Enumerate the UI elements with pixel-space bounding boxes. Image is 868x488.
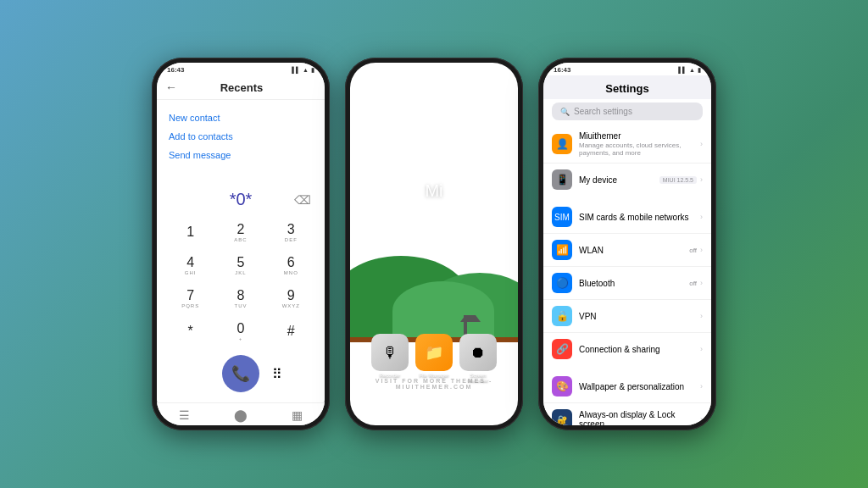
app-recorder[interactable]: 🎙 Recorder [371, 334, 409, 383]
phone-home-screen: 16:43 ▌▌ ▲ ▮ Mi 🎙 Recorder 📁 File Man [350, 63, 518, 425]
dial-key-5[interactable]: 5JKL [215, 249, 265, 282]
settings-section-personalization: 🎨 Wallpaper & personalization › 🔐 Always… [543, 370, 711, 425]
status-icons-phone2: ▌▌ ▲ ▮ [485, 67, 508, 74]
phone-icon: 📞 [231, 364, 250, 383]
backspace-button[interactable]: ⌫ [294, 193, 311, 207]
settings-item-connection-sharing[interactable]: 🔗 Connection & sharing › [543, 333, 711, 365]
wlan-right: off › [689, 246, 703, 254]
connection-sharing-right: › [700, 345, 703, 353]
home-icon[interactable]: ⬤ [234, 408, 248, 422]
miuithemer-content: Miuithemer Manage accounts, cloud servic… [579, 131, 693, 157]
recents-title: Recents [184, 81, 299, 94]
sim-content: SIM cards & mobile networks [579, 213, 693, 222]
menu-icon[interactable]: ☰ [179, 408, 190, 422]
dial-key-1[interactable]: 1 [165, 216, 215, 249]
signal-icon-h: ▌▌ [485, 67, 493, 73]
chevron-icon-5: › [700, 312, 703, 320]
signal-icon-s: ▌▌ [678, 67, 687, 73]
new-contact-link[interactable]: New contact [169, 108, 313, 127]
sim-title: SIM cards & mobile networks [579, 213, 693, 222]
phone-settings: 16:43 ▌▌ ▲ ▮ Settings 🔍 Search settings … [538, 58, 716, 430]
settings-section-network: SIM SIM cards & mobile networks › 📶 WLAN… [543, 201, 711, 365]
bluetooth-title: Bluetooth [579, 279, 682, 288]
wifi-icon-s: ▲ [689, 67, 695, 73]
dial-key-7[interactable]: 7PQRS [165, 282, 215, 315]
settings-item-wallpaper[interactable]: 🎨 Wallpaper & personalization › [543, 370, 711, 403]
settings-item-wlan[interactable]: 📶 WLAN off › [543, 234, 711, 267]
bluetooth-content: Bluetooth [579, 279, 682, 288]
wallpaper-content: Wallpaper & personalization [579, 382, 693, 391]
connection-sharing-title: Connection & sharing [579, 345, 693, 354]
wlan-title: WLAN [579, 246, 682, 255]
lockscreen-content: Always-on display & Lock screen [579, 410, 693, 425]
dial-key-9[interactable]: 9WXYZ [266, 282, 316, 315]
settings-item-sim[interactable]: SIM SIM cards & mobile networks › [543, 201, 711, 234]
settings-search-bar[interactable]: 🔍 Search settings [552, 103, 703, 120]
recents-icon[interactable]: ▦ [292, 408, 303, 422]
send-message-link[interactable]: Send message [169, 146, 313, 164]
bluetooth-right: off › [689, 279, 703, 287]
phone-recents-screen: 16:43 ▌▌ ▲ ▮ ← Recents New contact Add t… [157, 63, 325, 425]
chevron-icon-2: › [700, 213, 703, 221]
settings-item-vpn[interactable]: 🔒 VPN › [543, 300, 711, 333]
search-icon: 🔍 [560, 108, 570, 116]
bottom-nav-phone1: ☰ ⬤ ▦ [157, 402, 325, 425]
lockscreen-icon: 🔐 [552, 409, 572, 425]
wlan-icon: 📶 [552, 240, 572, 260]
settings-title: Settings [605, 82, 648, 95]
app-file-manager[interactable]: 📁 File Manager [415, 334, 453, 383]
recents-links: New contact Add to contacts Send message [157, 100, 325, 173]
lockscreen-title: Always-on display & Lock screen [579, 410, 693, 425]
dial-key-0[interactable]: 0+ [215, 315, 265, 348]
lockscreen-right: › [700, 415, 703, 424]
add-contacts-link[interactable]: Add to contacts [169, 127, 313, 146]
vpn-icon: 🔒 [552, 306, 572, 326]
connection-sharing-content: Connection & sharing [579, 345, 693, 354]
wallpaper-title: Wallpaper & personalization [579, 382, 693, 391]
dial-key-4[interactable]: 4GHI [165, 249, 215, 282]
chevron-icon-6: › [700, 345, 703, 353]
recorder-icon: 🎙 [371, 334, 409, 371]
call-button[interactable]: 📞 [222, 355, 259, 392]
chevron-icon-1: › [700, 175, 703, 184]
wifi-icon: ▲ [303, 67, 309, 73]
battery-icon: ▮ [311, 67, 314, 74]
dial-key-star[interactable]: * [165, 315, 215, 348]
dial-key-2[interactable]: 2ABC [215, 216, 265, 249]
chevron-icon-3: › [700, 246, 703, 254]
sim-icon: SIM [552, 207, 572, 227]
recents-header: ← Recents [157, 75, 325, 100]
status-bar-phone3: 16:43 ▌▌ ▲ ▮ [543, 63, 711, 75]
status-bar-phone2: 16:43 ▌▌ ▲ ▮ [350, 63, 518, 75]
battery-icon-s: ▮ [698, 67, 701, 74]
settings-section-account: 👤 Miuithemer Manage accounts, cloud serv… [543, 125, 711, 196]
dial-key-8[interactable]: 8TUV [215, 282, 265, 315]
miui-badge: MIUI 12.5.5 [659, 176, 697, 184]
settings-item-miuithemer[interactable]: 👤 Miuithemer Manage accounts, cloud serv… [543, 125, 711, 164]
signal-icon: ▌▌ [292, 67, 300, 73]
time-phone1: 16:43 [167, 66, 184, 74]
dial-key-hash[interactable]: # [266, 315, 316, 348]
connection-sharing-icon: 🔗 [552, 339, 572, 359]
wallpaper-right: › [700, 382, 703, 391]
vpn-content: VPN [579, 312, 693, 321]
wlan-content: WLAN [579, 246, 682, 255]
keypad-icon: ⠿ [272, 366, 309, 382]
dial-key-6[interactable]: 6MNO [266, 249, 316, 282]
bluetooth-icon: 🔵 [552, 273, 572, 293]
vpn-title: VPN [579, 312, 693, 321]
settings-header: Settings [543, 75, 711, 99]
chevron-icon-4: › [700, 279, 703, 287]
dial-key-3[interactable]: 3DEF [266, 216, 316, 249]
miuithemer-subtitle: Manage accounts, cloud services, payment… [579, 141, 693, 157]
bluetooth-status: off [689, 280, 697, 287]
app-screen-recorder[interactable]: ⏺ Screen Recorder [459, 334, 497, 383]
chevron-icon-8: › [700, 415, 703, 424]
wlan-status: off [689, 247, 697, 254]
mydevice-right: MIUI 12.5.5 › [659, 175, 703, 184]
settings-item-mydevice[interactable]: 📱 My device MIUI 12.5.5 › [543, 164, 711, 196]
settings-item-bluetooth[interactable]: 🔵 Bluetooth off › [543, 267, 711, 300]
phone-home: 16:43 ▌▌ ▲ ▮ Mi 🎙 Recorder 📁 File Man [345, 58, 523, 430]
settings-item-lockscreen[interactable]: 🔐 Always-on display & Lock screen › [543, 403, 711, 425]
back-button[interactable]: ← [165, 80, 177, 94]
